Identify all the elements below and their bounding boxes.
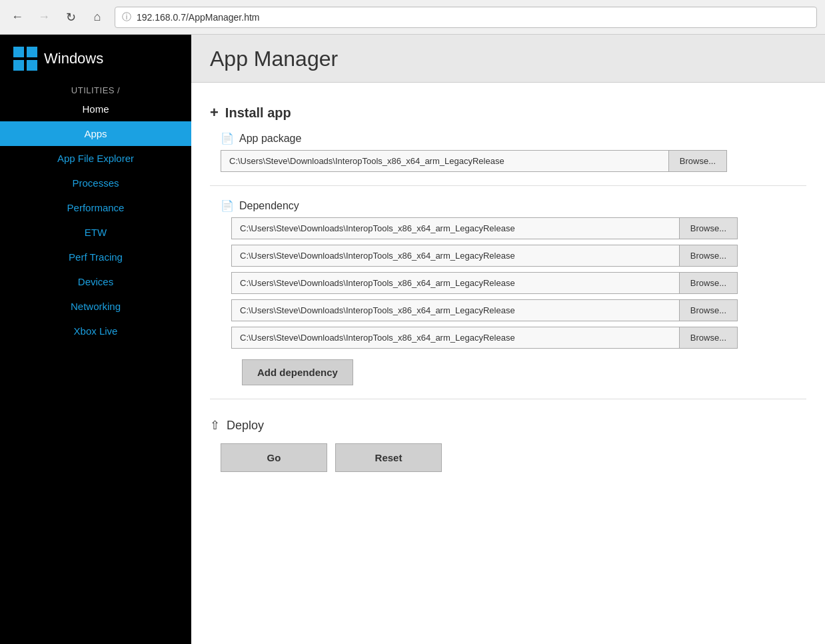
sidebar-item-processes[interactable]: Processes	[0, 171, 191, 195]
deploy-title: Deploy	[227, 419, 264, 433]
sidebar-item-perf-tracing[interactable]: Perf Tracing	[0, 245, 191, 269]
page-title: App Manager	[210, 47, 806, 71]
sidebar-logo-text: Windows	[44, 50, 103, 67]
sidebar-item-apps[interactable]: Apps	[0, 121, 191, 146]
svg-rect-3	[27, 60, 37, 71]
reload-button[interactable]: ↻	[61, 8, 80, 27]
deploy-upload-icon: ⇧	[210, 418, 220, 433]
add-dependency-button[interactable]: Add dependency	[242, 359, 353, 385]
dependency-label: Dependency	[239, 200, 299, 212]
dep-path-1: C:\Users\Steve\Downloads\InteropTools_x8…	[232, 245, 679, 266]
dep-row-1: C:\Users\Steve\Downloads\InteropTools_x8…	[231, 245, 806, 267]
plus-icon: +	[210, 104, 219, 121]
dep-browse-4[interactable]: Browse...	[679, 327, 737, 348]
action-buttons: Go Reset	[210, 443, 806, 472]
dep-browse-2[interactable]: Browse...	[679, 273, 737, 293]
install-app-header: + Install app	[210, 104, 806, 121]
dep-browse-0[interactable]: Browse...	[679, 218, 737, 239]
sidebar-item-app-file-explorer[interactable]: App File Explorer	[0, 146, 191, 171]
go-button[interactable]: Go	[221, 443, 327, 472]
app-package-browse-button[interactable]: Browse...	[668, 151, 726, 171]
section-divider-1	[210, 185, 806, 186]
dep-row-3: C:\Users\Steve\Downloads\InteropTools_x8…	[231, 299, 806, 321]
sidebar-item-xbox-live[interactable]: Xbox Live	[0, 319, 191, 343]
dep-browse-3[interactable]: Browse...	[679, 300, 737, 321]
forward-button[interactable]: →	[35, 8, 53, 27]
dep-path-2: C:\Users\Steve\Downloads\InteropTools_x8…	[232, 273, 679, 293]
content-area: App Manager + Install app 📄 App package …	[191, 35, 825, 644]
sidebar-item-performance[interactable]: Performance	[0, 195, 191, 220]
sidebar-nav: UTILITIES / Home Apps App File Explorer …	[0, 80, 191, 343]
svg-rect-2	[13, 60, 24, 71]
dep-path-4: C:\Users\Steve\Downloads\InteropTools_x8…	[232, 327, 679, 348]
install-app-title: Install app	[225, 105, 291, 121]
app-body: Windows UTILITIES / Home Apps App File E…	[0, 35, 825, 644]
sidebar-logo: Windows	[0, 35, 191, 80]
reset-button[interactable]: Reset	[335, 443, 442, 472]
app-package-input-row: C:\Users\Steve\Downloads\InteropTools_x8…	[221, 150, 727, 172]
home-button[interactable]: ⌂	[88, 8, 107, 27]
section-divider-2	[210, 399, 806, 399]
sidebar-item-networking[interactable]: Networking	[0, 294, 191, 319]
dependency-label-row: 📄 Dependency	[221, 199, 806, 212]
dependency-fields: C:\Users\Steve\Downloads\InteropTools_x8…	[221, 217, 806, 385]
dep-row-2: C:\Users\Steve\Downloads\InteropTools_x8…	[231, 272, 806, 294]
sidebar-item-devices[interactable]: Devices	[0, 269, 191, 294]
dep-row-4: C:\Users\Steve\Downloads\InteropTools_x8…	[231, 327, 806, 349]
page-header: App Manager	[191, 35, 825, 83]
dep-path-0: C:\Users\Steve\Downloads\InteropTools_x8…	[232, 218, 679, 239]
browser-toolbar: ← → ↻ ⌂ ⓘ	[0, 0, 825, 35]
app-package-file-icon: 📄	[221, 132, 234, 145]
windows-logo-icon	[13, 47, 37, 71]
deploy-header: ⇧ Deploy	[210, 418, 806, 433]
sidebar-item-home[interactable]: Home	[0, 97, 191, 121]
dependency-field: 📄 Dependency C:\Users\Steve\Downloads\In…	[210, 199, 806, 385]
sidebar-item-etw[interactable]: ETW	[0, 220, 191, 245]
dep-row-0: C:\Users\Steve\Downloads\InteropTools_x8…	[231, 217, 806, 239]
security-icon: ⓘ	[122, 11, 131, 23]
dependency-file-icon: 📄	[221, 199, 234, 212]
app-package-field: 📄 App package C:\Users\Steve\Downloads\I…	[210, 132, 806, 172]
app-package-label: App package	[239, 133, 301, 145]
dep-browse-1[interactable]: Browse...	[679, 245, 737, 266]
address-bar: ⓘ	[115, 7, 817, 28]
page-body: + Install app 📄 App package C:\Users\Ste…	[191, 83, 825, 488]
sidebar: Windows UTILITIES / Home Apps App File E…	[0, 35, 191, 644]
url-input[interactable]	[137, 12, 810, 23]
app-package-label-row: 📄 App package	[221, 132, 806, 145]
app-package-path: C:\Users\Steve\Downloads\InteropTools_x8…	[221, 151, 668, 171]
deploy-section: ⇧ Deploy Go Reset	[210, 418, 806, 472]
svg-rect-0	[13, 47, 24, 57]
svg-rect-1	[27, 47, 37, 57]
dep-path-3: C:\Users\Steve\Downloads\InteropTools_x8…	[232, 300, 679, 321]
sidebar-section-label: UTILITIES /	[0, 80, 191, 97]
back-button[interactable]: ←	[8, 8, 27, 27]
